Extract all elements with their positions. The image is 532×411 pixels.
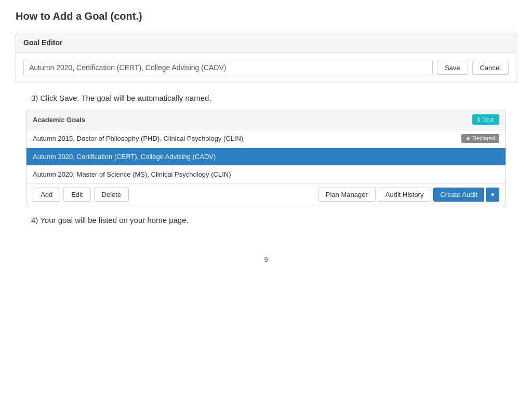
goal-item-3[interactable]: Autumn 2020, Master of Science (MS), Cli…	[26, 166, 506, 183]
add-button[interactable]: Add	[33, 188, 60, 202]
goal-item-1-label: Autumn 2015, Doctor of Philosophy (PHD),…	[33, 135, 243, 142]
cancel-button[interactable]: Cancel	[472, 61, 509, 75]
save-button[interactable]: Save	[437, 61, 468, 75]
step3-text: 3) Click Save. The goal will be automati…	[31, 94, 516, 102]
create-audit-button[interactable]: Create Audit	[433, 188, 484, 202]
academic-goals-header: Academic Goals ℹ Tour	[26, 110, 506, 129]
goal-item-2-label: Autumn 2020, Certification (CERT), Colle…	[33, 153, 216, 161]
create-audit-dropdown-button[interactable]: ▾	[486, 188, 499, 202]
page-number: 9	[16, 256, 516, 263]
academic-goals-title: Academic Goals	[33, 116, 85, 124]
declared-badge: ★ Declared	[461, 134, 499, 143]
tour-label: Tour	[482, 116, 494, 123]
goal-editor-body: Save Cancel	[16, 52, 516, 83]
tour-button[interactable]: ℹ Tour	[472, 114, 499, 125]
tour-icon: ℹ	[477, 116, 480, 123]
delete-button[interactable]: Delete	[94, 188, 129, 202]
goal-actions-bar: Add Edit Delete Plan Manager Audit Histo…	[26, 183, 506, 206]
page-title: How to Add a Goal (cont.)	[16, 10, 516, 22]
goal-editor-input[interactable]	[23, 60, 433, 75]
goal-actions-right: Plan Manager Audit History Create Audit …	[318, 188, 499, 202]
goal-item-1[interactable]: Autumn 2015, Doctor of Philosophy (PHD),…	[26, 129, 506, 148]
goal-editor-header: Goal Editor	[16, 33, 516, 52]
edit-button[interactable]: Edit	[63, 188, 90, 202]
plan-manager-button[interactable]: Plan Manager	[318, 188, 376, 202]
step4-text: 4) Your goal will be listed on your home…	[31, 216, 516, 224]
goal-editor-row: Save Cancel	[23, 60, 509, 75]
goal-item-2[interactable]: Autumn 2020, Certification (CERT), Colle…	[26, 148, 506, 166]
goal-item-3-label: Autumn 2020, Master of Science (MS), Cli…	[33, 170, 231, 178]
audit-history-button[interactable]: Audit History	[378, 188, 432, 202]
goal-actions-left: Add Edit Delete	[33, 188, 129, 202]
goal-editor-panel: Goal Editor Save Cancel	[16, 33, 516, 83]
goal-list: Autumn 2015, Doctor of Philosophy (PHD),…	[26, 129, 506, 183]
academic-goals-panel: Academic Goals ℹ Tour Autumn 2015, Docto…	[26, 110, 506, 206]
